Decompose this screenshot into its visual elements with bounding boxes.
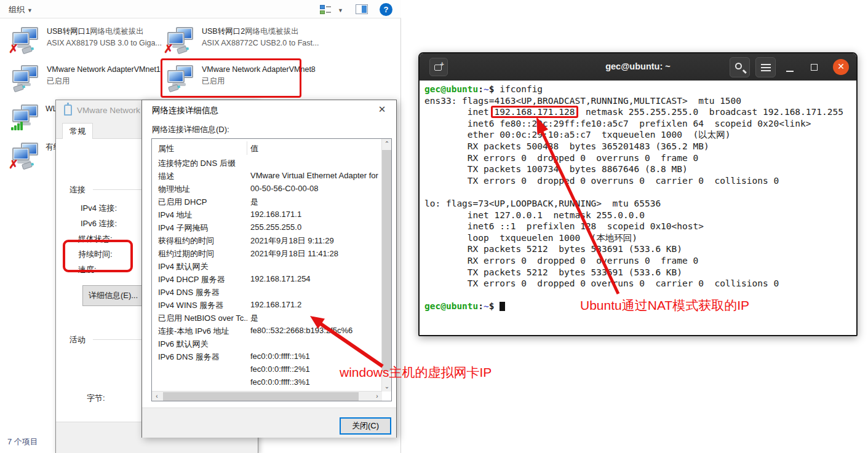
details-row: 获得租约的时间2021年9月18日 9:11:29 <box>152 235 382 248</box>
details-row: IPv4 DHCP 服务器192.168.171.254 <box>152 274 382 287</box>
details-row: 已启用 DHCP是 <box>152 197 382 210</box>
details-value: fe80::532:2668:b193:2f5c%6 <box>250 326 352 335</box>
disconnected-x-icon: ✗ <box>164 43 173 55</box>
adapter-vmnet1[interactable]: VMware Network AdapterVMnet1已启用 <box>9 64 162 100</box>
adapter-usb2[interactable]: ✗ USB转网口2网络电缆被拔出ASIX AX88772C USB2.0 to … <box>164 26 317 61</box>
network-adapter-icon: ✗ <box>9 143 43 173</box>
help-icon[interactable]: ? <box>380 3 392 16</box>
terminal-title: gec@ubuntu: ~ <box>420 61 856 71</box>
details-value: 2021年9月18日 11:41:28 <box>250 248 338 259</box>
terminal-line: inet6 fe80::20c:29ff:fe10:a5c7 prefixlen… <box>424 118 856 130</box>
details-value: fec0:0:0:ffff::1%1 <box>250 352 310 361</box>
minimize-icon[interactable] <box>786 71 794 72</box>
annotation-windows-ip: windows主机的虚拟网卡IP <box>340 364 492 381</box>
details-row: 租约过期的时间2021年9月18日 11:41:28 <box>152 248 382 261</box>
terminal-line: RX errors 0 dropped 0 overruns 0 frame 0 <box>424 152 856 164</box>
dialog-titlebar[interactable]: 网络连接详细信息 ✕ <box>142 100 396 119</box>
organize-menu[interactable]: 组织▼ <box>9 4 33 15</box>
details-value: 00-50-56-C0-00-08 <box>250 184 319 193</box>
details-dialog-footer: 关闭(C) <box>142 408 396 438</box>
adapter-device-icon <box>64 104 72 116</box>
terminal-line: inet 127.0.0.1 netmask 255.0.0.0 <box>424 210 856 221</box>
change-view-icon[interactable] <box>320 4 332 15</box>
details-row: 连接-本地 IPv6 地址fe80::532:2668:b193:2f5c%6 <box>152 326 382 339</box>
close-icon[interactable]: ✕ <box>373 101 391 117</box>
search-button[interactable] <box>730 57 750 77</box>
details-row: 已启用 NetBIOS over Tc...是 <box>152 313 382 326</box>
terminal-titlebar[interactable]: + gec@ubuntu: ~ ✕ <box>420 53 856 81</box>
scroll-down-icon[interactable]: ⌄ <box>382 382 392 392</box>
network-adapter-icon <box>9 104 43 135</box>
column-header-value: 值 <box>250 143 258 154</box>
dialog-title: VMware Network <box>77 106 140 115</box>
items-count: 7 个项目 <box>7 436 38 447</box>
column-header-property: 属性 <box>158 143 174 154</box>
adapter-vmnet8[interactable]: VMware Network AdapterVMnet8已启用 <box>164 64 317 100</box>
terminal-line: lo: flags=73<UP,LOOPBACK,RUNNING> mtu 65… <box>424 198 856 210</box>
network-adapter-icon: ✗ <box>164 27 198 58</box>
network-adapter-icon <box>164 65 198 96</box>
terminal-line: TX packets 5212 bytes 533691 (533.6 KB) <box>424 267 856 278</box>
details-button[interactable]: 详细信息(E)... <box>82 285 144 306</box>
chevron-down-icon: ▼ <box>27 7 33 14</box>
scroll-left-icon[interactable]: ‹ <box>152 392 162 401</box>
details-value: fec0:0:0:ffff::3%1 <box>250 377 310 387</box>
section-connection: 连接 <box>67 184 88 195</box>
details-list: 属性 值 连接特定的 DNS 后缀描述VMware Virtual Ethern… <box>151 138 392 401</box>
terminal-line: loop txqueuelen 1000 (本地环回) <box>424 232 856 244</box>
details-row: IPv6 默认网关 <box>152 339 382 352</box>
details-row: IPv6 DNS 服务器fec0:0:0:ffff::1%1 <box>152 352 382 364</box>
vertical-scrollbar[interactable]: ⌃ ⌄ <box>381 139 391 392</box>
terminal-line: TX errors 0 dropped 0 overruns 0 carrier… <box>424 278 856 290</box>
details-value: VMware Virtual Ethernet Adapter for <box>250 171 378 180</box>
maximize-icon[interactable] <box>811 64 818 71</box>
disconnected-x-icon: ✗ <box>9 159 18 170</box>
details-rows: 连接特定的 DNS 后缀描述VMware Virtual Ethernet Ad… <box>152 158 382 390</box>
annotation-ubuntu-ip: Ubuntu通过NAT模式获取的IP <box>580 297 749 314</box>
tab-general[interactable]: 常规 <box>62 123 93 139</box>
details-value: 是 <box>250 313 258 324</box>
details-value: fec0:0:0:ffff::2%1 <box>250 364 310 374</box>
adapter-usb1[interactable]: ✗ USB转网口1网络电缆被拔出ASIX AX88179 USB 3.0 to … <box>9 26 162 61</box>
explorer-toolbar: 组织▼ ▼ ? <box>0 0 401 18</box>
details-row: 描述VMware Virtual Ethernet Adapter for <box>152 171 382 184</box>
details-row: IPv4 DNS 服务器 <box>152 287 382 300</box>
wifi-signal-icon <box>11 120 25 130</box>
terminal-line: RX packets 5212 bytes 533691 (533.6 KB) <box>424 243 856 255</box>
terminal-line: RX errors 0 dropped 0 overruns 0 frame 0 <box>424 255 856 267</box>
wins-ip-value: 192.168.171.2 <box>250 300 301 309</box>
details-row: 连接特定的 DNS 后缀 <box>152 158 382 171</box>
terminal-line: ens33: flags=4163<UP,BROADCAST,RUNNING,M… <box>424 95 856 107</box>
preview-pane-icon[interactable] <box>356 4 368 14</box>
terminal-line: TX errors 0 dropped 0 overruns 0 carrier… <box>424 175 856 187</box>
disconnected-x-icon: ✗ <box>9 43 18 55</box>
details-row: 物理地址00-50-56-C0-00-08 <box>152 184 382 197</box>
details-label: 网络连接详细信息(D): <box>152 124 229 135</box>
details-row: IPv4 子网掩码255.255.255.0 <box>152 223 382 235</box>
connection-details-dialog: 网络连接详细信息 ✕ 网络连接详细信息(D): 属性 值 连接特定的 DNS 后… <box>141 100 397 438</box>
details-value: 255.255.255.0 <box>250 223 301 232</box>
scroll-up-icon[interactable]: ⌃ <box>382 139 392 149</box>
close-button[interactable]: 关闭(C) <box>340 417 391 435</box>
menu-button[interactable] <box>755 57 776 77</box>
search-icon <box>735 63 742 69</box>
details-value: 192.168.171.1 <box>250 210 301 219</box>
network-adapter-icon <box>9 65 43 96</box>
dialog-title: 网络连接详细信息 <box>152 105 218 116</box>
scrollbar-thumb[interactable] <box>163 392 359 401</box>
terminal-line: inet6 ::1 prefixlen 128 scopeid 0x10<hos… <box>424 221 856 232</box>
network-adapter-icon: ✗ <box>9 27 43 58</box>
scroll-right-icon[interactable]: › <box>372 392 382 401</box>
terminal-line: gec@ubuntu:~$ ifconfig <box>424 84 856 95</box>
scrollbar-thumb[interactable] <box>382 150 391 371</box>
details-value: 2021年9月18日 9:11:29 <box>250 235 334 246</box>
details-row: IPv4 默认网关 <box>152 261 382 274</box>
screen: 组织▼ ▼ ? ✗ USB转网口1网络电缆被拔出ASIX AX88179 USB… <box>0 0 868 453</box>
details-row: IPv4 地址192.168.171.1 <box>152 210 382 223</box>
terminal-line: TX packets 100734 bytes 8867646 (8.8 MB) <box>424 163 856 175</box>
details-value: 是 <box>250 197 258 208</box>
horizontal-scrollbar[interactable]: ‹ › <box>152 391 382 401</box>
details-value: 192.168.171.254 <box>250 274 311 283</box>
close-icon[interactable]: ✕ <box>833 59 849 75</box>
view-dropdown-icon[interactable]: ▼ <box>338 7 343 14</box>
